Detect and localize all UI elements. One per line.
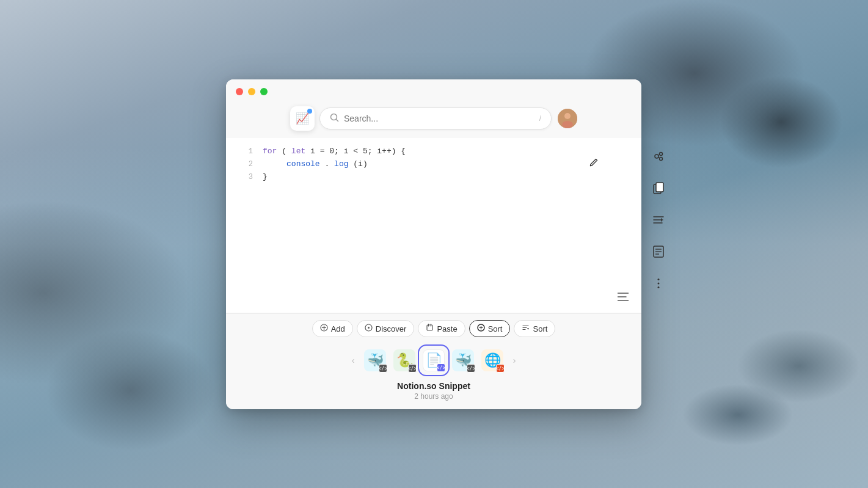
svg-point-4 <box>562 121 573 128</box>
edit-button-area <box>584 153 604 172</box>
copy-button[interactable] <box>647 177 669 199</box>
carousel-prev[interactable]: ‹ <box>347 354 359 366</box>
code-line-1: 1 for ( let i = 0; i < 5; i++) { <box>236 145 632 158</box>
main-window: 📈 / 1 for <box>226 79 641 409</box>
code-content-2: console . log (i) <box>263 158 632 171</box>
align-icon <box>618 293 629 301</box>
close-button[interactable] <box>236 88 243 95</box>
add-icon <box>320 324 328 333</box>
discover-button[interactable]: Discover <box>357 320 415 337</box>
svg-line-1 <box>337 120 338 122</box>
notion-badge: </> <box>437 363 445 372</box>
search-kbd: / <box>539 114 541 123</box>
app-logo[interactable]: 📈 <box>290 106 315 131</box>
snippet-carousel: ‹ 🐳 </> 🐍 </> 📄 </> 🐳 </ <box>226 342 641 377</box>
snippet-html[interactable]: 🌐 </> <box>479 347 506 374</box>
snippet-docker2[interactable]: 🐳 </> <box>450 347 476 374</box>
sort2-label: Sort <box>533 324 547 333</box>
snippet-title: Notion.so Snippet <box>226 381 641 391</box>
svg-marker-22 <box>527 328 529 330</box>
code-block: 1 for ( let i = 0; i < 5; i++) { 2 conso… <box>236 145 632 183</box>
code-area[interactable]: 1 for ( let i = 0; i < 5; i++) { 2 conso… <box>226 138 641 313</box>
svg-rect-29 <box>656 183 663 192</box>
code-line-3: 3 } <box>236 171 632 184</box>
code-action-area <box>613 287 633 307</box>
search-icon <box>330 113 339 124</box>
snippet-python[interactable]: 🐍 </> <box>391 347 418 374</box>
python-badge: </> <box>408 364 417 373</box>
svg-point-24 <box>660 153 663 156</box>
edit-button[interactable] <box>584 153 604 172</box>
svg-rect-13 <box>427 325 432 330</box>
more-button[interactable] <box>647 272 669 294</box>
paste-button[interactable]: Paste <box>418 320 465 337</box>
logo-icon: 📈 <box>296 112 309 125</box>
svg-point-23 <box>655 155 658 158</box>
pencil-icon <box>589 158 599 167</box>
search-area: 📈 / <box>226 101 641 138</box>
traffic-lights <box>236 88 268 95</box>
svg-line-26 <box>658 155 660 156</box>
filter-button[interactable] <box>647 209 669 231</box>
notification-dot <box>307 109 312 114</box>
right-sidebar <box>643 145 674 294</box>
sort1-label: Sort <box>488 324 503 333</box>
line-num-1: 1 <box>236 145 253 158</box>
svg-point-41 <box>658 286 660 288</box>
snippet-info: Notion.so Snippet 2 hours ago <box>226 377 641 409</box>
sort1-button[interactable]: Sort <box>469 320 511 337</box>
paste-icon <box>426 324 434 333</box>
svg-point-12 <box>368 327 370 329</box>
code-line-2: 2 console . log (i) <box>236 158 632 171</box>
note-button[interactable] <box>647 241 669 263</box>
add-button[interactable]: Add <box>312 320 353 337</box>
maximize-button[interactable] <box>260 88 268 95</box>
svg-point-39 <box>658 279 660 280</box>
discover-icon <box>365 324 373 333</box>
svg-point-40 <box>658 283 660 285</box>
svg-point-3 <box>564 113 571 119</box>
sort2-icon <box>522 324 530 333</box>
docker-badge: </> <box>379 364 387 373</box>
minimize-button[interactable] <box>248 88 255 95</box>
avatar[interactable] <box>558 109 577 128</box>
connect-icon <box>652 150 665 162</box>
snippet-notion[interactable]: 📄 </> <box>420 347 447 374</box>
filter-icon <box>652 214 665 225</box>
sort1-icon <box>477 324 485 333</box>
note-icon <box>653 246 664 258</box>
align-button[interactable] <box>613 287 633 307</box>
add-label: Add <box>331 324 345 333</box>
sort2-button[interactable]: Sort <box>514 320 555 337</box>
connect-button[interactable] <box>647 145 669 167</box>
snippet-docker[interactable]: 🐳 </> <box>362 347 388 374</box>
line-num-2: 2 <box>236 158 253 170</box>
copy-icon <box>653 182 664 194</box>
svg-line-27 <box>658 158 660 159</box>
line-num-3: 3 <box>236 171 253 183</box>
carousel-next[interactable]: › <box>508 354 520 366</box>
html-badge: </> <box>496 364 505 373</box>
code-content-3: } <box>263 171 632 184</box>
snippet-time: 2 hours ago <box>226 392 641 401</box>
search-input[interactable] <box>344 114 534 123</box>
docker2-badge: </> <box>467 364 475 373</box>
discover-label: Discover <box>376 324 407 333</box>
title-bar <box>226 79 641 101</box>
bottom-toolbar: Add Discover Paste Sort <box>226 313 641 342</box>
paste-label: Paste <box>437 324 457 333</box>
svg-point-25 <box>660 158 663 161</box>
search-bar[interactable]: / <box>319 107 552 129</box>
more-icon <box>657 278 660 289</box>
code-content-1: for ( let i = 0; i < 5; i++) { <box>263 145 632 158</box>
